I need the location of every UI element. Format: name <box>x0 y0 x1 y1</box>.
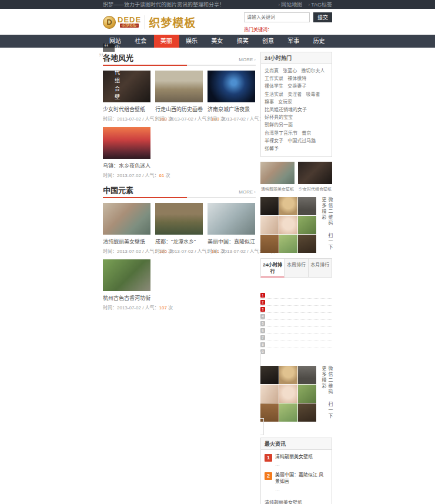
featured-item[interactable]: 1 清纯靓丽美女壁纸 … <box>261 450 332 468</box>
collage-photo <box>260 197 279 215</box>
list-item[interactable]: 少女时代组合壁纸 时间：2013-07-02 / 人气：168次 <box>103 71 150 122</box>
tag-link[interactable]: 好杯具的宝宝 <box>265 114 293 121</box>
wechat-qr-banner[interactable]: 微信二维码 扫一下 更多精彩 <box>260 352 332 435</box>
rank-row[interactable]: 3 <box>260 306 332 313</box>
site-logo[interactable]: D DEDE -织梦模板- 织梦模板 <box>103 14 196 30</box>
rank-badge: 1 <box>260 293 265 298</box>
rank-row[interactable]: 4 <box>260 313 332 320</box>
article-meta: 时间：2013-07-02 / 人气：68次 <box>208 115 255 122</box>
rank-badge: 2 <box>260 300 265 305</box>
list-item[interactable]: 清纯靓丽美女壁纸 <box>260 162 295 192</box>
collage-photo <box>279 216 297 234</box>
tag-link[interactable]: 卖淫者 <box>287 91 302 98</box>
tag-cloud: 艾尚真 张蓝心 撒切尔夫人 工作实录 裸体模特 裸体学生 交换妻子 生活实录 卖… <box>261 64 332 156</box>
tab-rank-month[interactable]: 本月排行 <box>309 258 332 278</box>
quote-open-icon: “ <box>104 44 109 52</box>
list-item[interactable]: 杭州古色古香河坊街 时间：2013-07-02 / 人气：107次 <box>103 259 150 311</box>
arrow-icon: › <box>278 2 280 8</box>
arrow-icon: › <box>254 189 256 195</box>
tags-link[interactable]: ›TAG标签 <box>308 1 332 8</box>
article-thumbnail <box>208 71 255 102</box>
wechat-vertical-text: 微信二维码 扫一下 更多精彩 <box>320 366 333 422</box>
tag-link[interactable]: 工作实录 <box>265 75 283 82</box>
nav-item-creative[interactable]: 创意生活 <box>256 35 281 48</box>
nav-item-beautiful-china[interactable]: 美丽中国 <box>154 35 179 48</box>
hot-news-list: 清纯靓丽美女壁纸 少女时代组合壁纸 成都：“龙潭水乡” 行走山西的历史画卷 美丽… <box>261 493 332 504</box>
tag-link[interactable]: 比凤姐还销魂的女子 <box>265 106 307 114</box>
collage-photo <box>298 197 316 215</box>
rank-badge: 2 <box>265 472 272 480</box>
nav-item-beauty[interactable]: 美女图片 <box>205 35 230 48</box>
rank-row[interactable]: 9 <box>260 348 332 355</box>
tag-link[interactable]: 吸毒者 <box>306 91 320 98</box>
article-meta: 时间：2013-07-02 / 人气：100次 <box>155 115 203 122</box>
collage-photo <box>260 403 279 422</box>
nav-item-military[interactable]: 军事组图 <box>281 35 306 48</box>
rank-tabs: 24小时排行 本周排行 本月排行 <box>260 258 332 278</box>
list-item[interactable]: 行走山西的历史画卷 时间：2013-07-02 / 人气：100次 <box>155 71 203 122</box>
sitemap-link[interactable]: ›网站地图 <box>278 1 302 8</box>
tag-link[interactable]: 糗事 <box>265 98 274 106</box>
topbar: 织梦——致力于读图时代的图片资讯的整理和分享！ ›网站地图 ›TAG标签 <box>0 0 435 9</box>
rank-badge: 3 <box>260 307 265 312</box>
list-item[interactable]: 清纯靓丽美女壁纸 <box>265 497 302 504</box>
hot-news-title: 最火资讯 <box>261 438 332 450</box>
rank-row[interactable]: 1 <box>260 292 332 299</box>
tag-link[interactable]: 中国式过马路 <box>287 137 316 145</box>
tag-link[interactable]: 撒切尔夫人 <box>301 67 324 75</box>
collage-photo <box>260 366 279 384</box>
tag-link[interactable]: 裸体模特 <box>287 75 306 82</box>
tab-rank-week[interactable]: 本周排行 <box>285 258 308 278</box>
tag-link[interactable]: 女玩家 <box>278 98 292 106</box>
wechat-qr-banner[interactable]: 微信二维码 扫一下 更多精彩 <box>260 197 332 253</box>
list-item[interactable]: 清纯靓丽美女壁纸 时间：2013-07-02 / 人气：126次 <box>103 203 150 254</box>
collage-photo <box>298 235 316 253</box>
nav-item-stars[interactable]: 娱乐明星 <box>179 35 205 48</box>
featured-item[interactable]: 2 美丽中国：嘉陵似江 风景如画 … <box>261 468 332 493</box>
collage-photo <box>279 366 297 384</box>
search-submit-button[interactable]: 提交 <box>313 12 332 22</box>
tag-link[interactable]: 艾尚真 <box>265 67 279 75</box>
tag-link[interactable]: 裸体学生 <box>265 82 283 90</box>
tab-rank-24h[interactable]: 24小时排行 <box>260 258 285 278</box>
tag-link[interactable]: 普京 <box>302 129 311 137</box>
list-item[interactable]: 成都：“龙潭水乡” 时间：2013-07-02 / 人气：191次 <box>155 203 203 254</box>
logo-divider <box>145 15 145 29</box>
rank-row[interactable]: 5 <box>260 320 332 327</box>
list-item[interactable]: 乌镇：水乡夜色迷人眼 时间：2013-07-02 / 人气：61次 <box>103 127 150 178</box>
rank-row[interactable]: 8 <box>260 341 332 348</box>
list-item[interactable]: 美丽中国：嘉陵似江 风景如画 时间：2013-07-02 / 人气：50次 <box>208 203 255 254</box>
main-content: 少女时代组合壁纸 “ ” 各地风光 MORE› 少女时代组合壁纸 时间：2013… <box>0 52 435 504</box>
section-scenery: 各地风光 MORE› 少女时代组合壁纸 时间：2013-07-02 / 人气：1… <box>103 52 256 178</box>
article-title: 少女时代组合壁纸 <box>103 105 150 113</box>
tag-link[interactable]: 半裸女子 <box>265 137 283 145</box>
article-thumbnail <box>208 203 255 235</box>
article-thumbnail <box>260 162 295 184</box>
tag-link[interactable]: 生活实录 <box>265 91 283 98</box>
tag-link[interactable]: 张蓝心 <box>283 67 297 75</box>
list-item[interactable]: 少女时代组合壁纸 <box>298 162 332 192</box>
rank-row[interactable]: 7 <box>260 334 332 341</box>
collage-photo <box>298 366 316 384</box>
more-link[interactable]: MORE› <box>239 189 256 195</box>
rank-row[interactable]: 6 <box>260 327 332 334</box>
logo-ribbon: -织梦模板- <box>120 24 139 28</box>
nav-item-history[interactable]: 历史照片 <box>307 35 332 48</box>
article-thumbnail <box>103 259 150 291</box>
list-item[interactable]: 济南泉城广场夜景 时间：2013-07-02 / 人气：68次 <box>208 71 255 122</box>
tag-link[interactable]: 朝鲜的另一面 <box>265 121 293 129</box>
more-link[interactable]: MORE› <box>239 57 256 62</box>
tag-link[interactable]: 交换妻子 <box>287 82 306 90</box>
tag-link[interactable]: 台湾垦丁音乐节 <box>265 129 297 137</box>
hot-keywords-label: 热门关键词： <box>244 26 272 32</box>
tag-link[interactable]: 张馨予 <box>265 145 279 152</box>
collage-photo <box>279 197 297 215</box>
arrow-icon: › <box>254 57 256 62</box>
search-input[interactable] <box>244 12 310 22</box>
rank-row[interactable]: 2 <box>260 299 332 306</box>
article-title: 清纯靓丽美女壁纸 <box>103 238 150 245</box>
section-underline <box>103 197 187 198</box>
collage-photo <box>298 403 316 422</box>
nav-item-funny[interactable]: 搞笑图片 <box>230 35 256 48</box>
nav-item-society[interactable]: 社会图集 <box>128 35 153 48</box>
